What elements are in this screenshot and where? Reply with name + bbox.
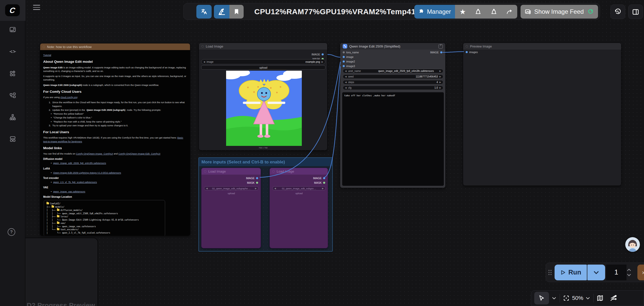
- collapse-icon[interactable]: [43, 46, 45, 48]
- note-link[interactable]: cloud.comfy.org: [60, 96, 77, 99]
- note-link[interactable]: Tutorial: [43, 54, 51, 56]
- fit-view-icon: [563, 295, 570, 301]
- input-images-port[interactable]: images: [466, 51, 478, 54]
- qwen-node-header[interactable]: Qwen Image Edit 2509 (Simplified): [340, 43, 445, 50]
- star-icon[interactable]: ★: [460, 8, 466, 16]
- panel-toggle-button[interactable]: [628, 5, 643, 19]
- load-image-header[interactable]: Load Image: [199, 43, 327, 50]
- note-link[interactable]: qwen_2.5_vl_7b_fp8_scaled.safetensors: [53, 180, 97, 184]
- menu-hamburger-icon[interactable]: [33, 5, 40, 11]
- preview-node-header[interactable]: Preview Image: [463, 43, 621, 50]
- input-lora-name-port[interactable]: lora_name: [343, 51, 359, 54]
- batch-count-input[interactable]: 1: [606, 265, 626, 280]
- image-combo-widget[interactable]: ◀ image example.png ▶: [201, 59, 325, 64]
- node-link-icon: [9, 48, 16, 55]
- drag-handle[interactable]: [548, 270, 552, 275]
- user-avatar[interactable]: [625, 237, 640, 252]
- upload-button-widget[interactable]: upload: [204, 192, 259, 195]
- image-combo-widget[interactable]: ◀ 02_qwen_image_edit_subgra ... ▶: [272, 186, 326, 190]
- load-image-node[interactable]: Load Image IMAGE MASK ◀ image example.pn…: [199, 43, 327, 150]
- collapse-icon[interactable]: [466, 45, 468, 48]
- batch-stepper[interactable]: [627, 269, 631, 276]
- collapse-icon[interactable]: [201, 45, 204, 48]
- prompt-textarea[interactable]: take off her clothes ,make her nakedf: [342, 92, 444, 186]
- note-link[interactable]: qwen_image_edit_2509_fp8_e4m3fn.safetens…: [53, 161, 106, 165]
- qwen-image-edit-node[interactable]: Qwen Image Edit 2509 (Simplified) lora_n…: [340, 43, 446, 188]
- step-down-icon[interactable]: [627, 274, 631, 276]
- upload-button-widget[interactable]: upload: [272, 192, 326, 195]
- note-link[interactable]: Qwen-Image-Edit-2509-Lightning-4steps-V1…: [53, 171, 121, 175]
- sidebar-item-templates[interactable]: [7, 134, 18, 144]
- output-image-port[interactable]: IMAGE: [246, 177, 258, 180]
- step-up-icon[interactable]: [627, 269, 631, 271]
- seed-widget[interactable]: ◀seed 1118877715456453▶: [343, 74, 443, 79]
- input-image-preview: [226, 71, 302, 146]
- show-image-feed-button[interactable]: Show Image Feed: [521, 5, 598, 19]
- folder-icon: [57, 222, 59, 224]
- note-link[interactable]: Comfy-Org/Qwen-Image-Edit_ComfyUI: [118, 152, 160, 155]
- share-icon[interactable]: [506, 8, 513, 15]
- output-mask-port[interactable]: MASK: [314, 181, 325, 184]
- note-link[interactable]: Comfy-Org/Qwen-Image_ComfyUI: [76, 152, 113, 155]
- minimap-button[interactable]: [597, 295, 603, 301]
- node-header[interactable]: Load Image: [270, 168, 328, 175]
- comfyui-logo[interactable]: C: [5, 4, 20, 16]
- bell-icon-2[interactable]: [491, 8, 497, 15]
- bookmark-button[interactable]: [229, 5, 244, 19]
- output-mask-port[interactable]: MASK: [247, 181, 258, 184]
- sidebar-item-image-gallery[interactable]: [7, 24, 18, 35]
- templates-icon: [9, 135, 16, 143]
- steps-widget[interactable]: ◀steps 4▶: [343, 80, 443, 84]
- sidebar-item-node-tree[interactable]: [7, 112, 18, 123]
- model-storage-tree: ComfyUI/├── models/│ ├── diffusion_model…: [44, 200, 165, 236]
- upload-button-widget[interactable]: upload: [201, 65, 325, 70]
- run-button[interactable]: Run: [555, 265, 587, 280]
- group-header[interactable]: More inputs (Select and Ctrl-B to enable…: [199, 158, 332, 166]
- output-image-port[interactable]: IMAGE: [430, 51, 442, 54]
- preview-image-node[interactable]: Preview Image images: [463, 43, 621, 186]
- note-link[interactable]: qwen_image_vae.safetensors: [53, 190, 85, 193]
- manager-icon-segment: ★: [455, 5, 517, 19]
- folder-icon: [57, 209, 59, 211]
- note-node-header[interactable]: Note: how to use this workflow: [40, 43, 190, 50]
- output-image-port[interactable]: IMAGE: [311, 53, 324, 56]
- output-image-port[interactable]: IMAGE: [313, 177, 325, 180]
- node-header[interactable]: Load Image: [201, 168, 261, 175]
- bypassed-load-image-node-2[interactable]: Load Image IMAGE MASK ◀ 02_qwen_image_ed…: [270, 168, 328, 248]
- bell-icon[interactable]: [475, 8, 481, 15]
- folder-icon: [57, 228, 59, 230]
- run-controls: Run 1 ›: [546, 263, 644, 282]
- unet-name-widget[interactable]: ◀unet_name qwen_image_edit_2509_fp8_e4m3…: [343, 69, 443, 73]
- manager-button[interactable]: Manager: [414, 5, 455, 19]
- history-button[interactable]: [610, 5, 625, 19]
- toggle-links-icon: [610, 295, 617, 302]
- bypassed-load-image-node-1[interactable]: Load Image IMAGE MASK ◀ 02_qwen_image_ed…: [201, 168, 261, 248]
- zoom-dropdown[interactable]: [585, 296, 590, 301]
- image-combo-widget[interactable]: ◀ 02_qwen_image_edit_subgraphe ... ▶: [204, 186, 259, 190]
- more-inputs-group[interactable]: More inputs (Select and Ctrl-B to enable…: [198, 157, 333, 252]
- panel-toggle-icon: [632, 8, 639, 16]
- puzzle-icon: [418, 9, 425, 15]
- cfg-widget[interactable]: ◀cfg 1.0▶: [343, 86, 443, 90]
- translate-button[interactable]: [196, 5, 212, 19]
- cursor-tool-button[interactable]: [534, 292, 549, 304]
- expand-subgraph-icon[interactable]: [438, 44, 443, 49]
- help-button[interactable]: ?: [8, 228, 15, 236]
- toggle-links-button[interactable]: [610, 295, 617, 302]
- progress-panel-title: D2 Progress Preview: [27, 302, 95, 306]
- fit-view-button[interactable]: [563, 295, 570, 301]
- input-image-port[interactable]: image: [343, 55, 354, 58]
- tool-dropdown[interactable]: [552, 296, 557, 301]
- canvas-toolbar: 50%: [531, 290, 644, 306]
- bizyair-button[interactable]: [214, 5, 229, 19]
- zoom-level[interactable]: 50%: [572, 295, 583, 301]
- sidebar-item-model-library[interactable]: [7, 68, 18, 79]
- input-image3-port[interactable]: image3: [343, 65, 355, 68]
- sidebar-item-workflows[interactable]: [7, 90, 18, 101]
- input-image2-port[interactable]: image2: [343, 60, 355, 63]
- next-queue-button[interactable]: ›: [637, 265, 644, 280]
- run-options-dropdown[interactable]: [587, 265, 605, 280]
- subgraph-badge-icon: [343, 44, 347, 49]
- sidebar-item-node-link[interactable]: [7, 46, 18, 57]
- note-node[interactable]: Note: how to use this workflow TutorialA…: [40, 43, 190, 236]
